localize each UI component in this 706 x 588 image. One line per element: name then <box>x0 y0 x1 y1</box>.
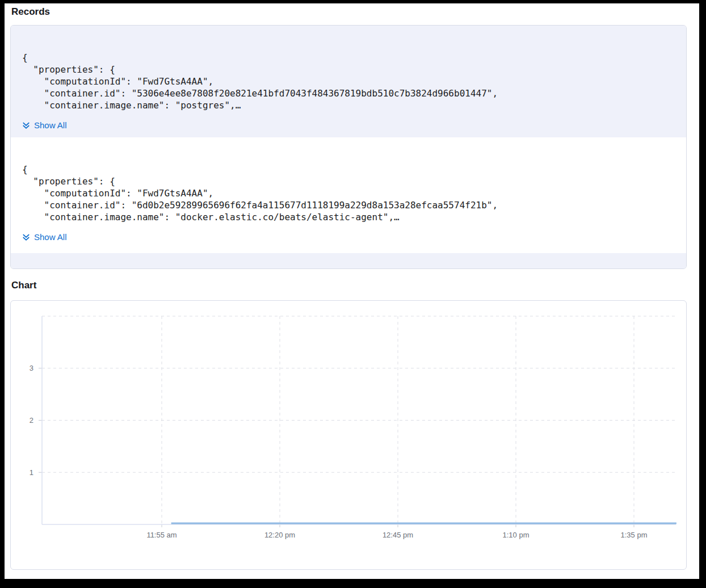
show-all-label: Show All <box>34 231 67 243</box>
chart-panel: 11:55 am12:20 pm12:45 pm1:10 pm1:35 pm12… <box>10 300 687 570</box>
record-item-partial <box>11 253 686 268</box>
svg-text:1:10 pm: 1:10 pm <box>503 531 530 539</box>
svg-text:1:35 pm: 1:35 pm <box>621 531 648 539</box>
record-item-1: { "properties": { "computationId": "Fwd7… <box>11 26 686 137</box>
svg-text:2: 2 <box>30 416 33 425</box>
page: Records { "properties": { "computationId… <box>5 3 699 579</box>
records-heading: Records <box>11 6 50 18</box>
show-all-label: Show All <box>34 119 67 131</box>
show-all-link[interactable]: Show All <box>22 119 67 131</box>
record-json: { "properties": { "computationId": "Fwd7… <box>22 163 675 223</box>
svg-text:12:45 pm: 12:45 pm <box>383 531 413 539</box>
show-all-link[interactable]: Show All <box>22 231 67 243</box>
svg-text:1: 1 <box>30 468 33 477</box>
chart-heading: Chart <box>11 280 36 291</box>
timeseries-chart: 11:55 am12:20 pm12:45 pm1:10 pm1:35 pm12… <box>11 301 686 569</box>
records-panel: { "properties": { "computationId": "Fwd7… <box>10 25 687 269</box>
svg-text:12:20 pm: 12:20 pm <box>264 531 295 539</box>
record-json: { "properties": { "computationId": "Fwd7… <box>22 52 675 111</box>
double-arrow-down-icon <box>22 233 30 241</box>
svg-text:3: 3 <box>30 364 33 372</box>
record-item-2: { "properties": { "computationId": "Fwd7… <box>11 137 686 253</box>
svg-text:11:55 am: 11:55 am <box>146 531 176 539</box>
double-arrow-down-icon <box>22 121 30 129</box>
